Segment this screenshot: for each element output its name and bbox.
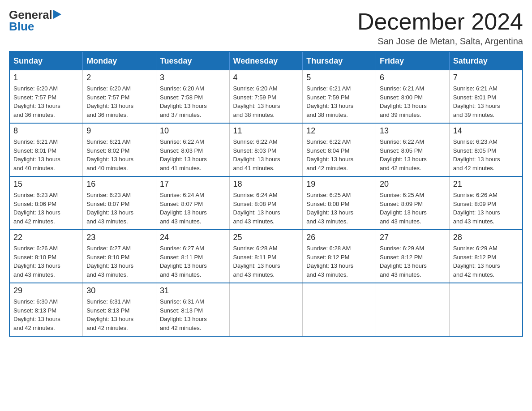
- day-info: Sunrise: 6:21 AMSunset: 8:01 PMDaylight:…: [453, 84, 519, 119]
- calendar-week-4: 22Sunrise: 6:26 AMSunset: 8:10 PMDayligh…: [9, 230, 523, 283]
- day-number: 2: [86, 73, 152, 82]
- calendar-cell: 18Sunrise: 6:24 AMSunset: 8:08 PMDayligh…: [229, 176, 303, 230]
- day-number: 19: [306, 180, 372, 189]
- calendar-cell: 19Sunrise: 6:25 AMSunset: 8:08 PMDayligh…: [303, 176, 376, 230]
- day-number: 9: [86, 126, 152, 136]
- day-info: Sunrise: 6:24 AMSunset: 8:08 PMDaylight:…: [233, 191, 299, 226]
- day-number: 13: [380, 126, 446, 136]
- day-info: Sunrise: 6:23 AMSunset: 8:06 PMDaylight:…: [13, 191, 79, 226]
- day-number: 18: [233, 180, 299, 189]
- logo-arrow-icon: [53, 10, 61, 19]
- day-info: Sunrise: 6:29 AMSunset: 8:12 PMDaylight:…: [380, 244, 446, 279]
- day-number: 28: [453, 233, 519, 242]
- day-info: Sunrise: 6:27 AMSunset: 8:11 PMDaylight:…: [160, 244, 226, 279]
- day-number: 31: [160, 286, 226, 295]
- day-number: 25: [233, 233, 299, 242]
- day-info: Sunrise: 6:22 AMSunset: 8:03 PMDaylight:…: [233, 137, 299, 172]
- day-number: 3: [160, 73, 226, 82]
- day-info: Sunrise: 6:21 AMSunset: 7:59 PMDaylight:…: [306, 84, 372, 119]
- logo-general: General: [9, 9, 52, 21]
- calendar-cell: 6Sunrise: 6:21 AMSunset: 8:00 PMDaylight…: [376, 70, 450, 123]
- header-wednesday: Wednesday: [229, 51, 303, 70]
- day-info: Sunrise: 6:30 AMSunset: 8:13 PMDaylight:…: [13, 297, 79, 332]
- day-number: 29: [13, 286, 79, 295]
- calendar-cell: 28Sunrise: 6:29 AMSunset: 8:12 PMDayligh…: [449, 230, 523, 283]
- calendar-cell: 15Sunrise: 6:23 AMSunset: 8:06 PMDayligh…: [9, 176, 83, 230]
- title-block: December 2024 San Jose de Metan, Salta, …: [357, 9, 523, 47]
- header-sunday: Sunday: [9, 51, 83, 70]
- day-number: 30: [86, 286, 152, 295]
- calendar-cell: 12Sunrise: 6:22 AMSunset: 8:04 PMDayligh…: [303, 123, 376, 176]
- day-number: 4: [233, 73, 299, 82]
- day-info: Sunrise: 6:23 AMSunset: 8:07 PMDaylight:…: [86, 191, 152, 226]
- calendar-cell: 16Sunrise: 6:23 AMSunset: 8:07 PMDayligh…: [83, 176, 156, 230]
- calendar-cell: 11Sunrise: 6:22 AMSunset: 8:03 PMDayligh…: [229, 123, 303, 176]
- calendar-cell: 7Sunrise: 6:21 AMSunset: 8:01 PMDaylight…: [449, 70, 523, 123]
- calendar-cell: 21Sunrise: 6:26 AMSunset: 8:09 PMDayligh…: [449, 176, 523, 230]
- day-info: Sunrise: 6:22 AMSunset: 8:04 PMDaylight:…: [306, 137, 372, 172]
- calendar-cell: 23Sunrise: 6:27 AMSunset: 8:10 PMDayligh…: [83, 230, 156, 283]
- calendar-cell: 3Sunrise: 6:20 AMSunset: 7:58 PMDaylight…: [156, 70, 229, 123]
- day-info: Sunrise: 6:27 AMSunset: 8:10 PMDaylight:…: [86, 244, 152, 279]
- day-info: Sunrise: 6:20 AMSunset: 7:57 PMDaylight:…: [86, 84, 152, 119]
- calendar-cell: 24Sunrise: 6:27 AMSunset: 8:11 PMDayligh…: [156, 230, 229, 283]
- calendar-cell: 10Sunrise: 6:22 AMSunset: 8:03 PMDayligh…: [156, 123, 229, 176]
- calendar-cell: 26Sunrise: 6:28 AMSunset: 8:12 PMDayligh…: [303, 230, 376, 283]
- day-info: Sunrise: 6:21 AMSunset: 8:02 PMDaylight:…: [86, 137, 152, 172]
- day-number: 1: [13, 73, 79, 82]
- day-number: 27: [380, 233, 446, 242]
- day-number: 11: [233, 126, 299, 136]
- header-monday: Monday: [83, 51, 156, 70]
- day-number: 8: [13, 126, 79, 136]
- calendar-cell: [303, 283, 376, 336]
- day-number: 7: [453, 73, 519, 82]
- calendar-cell: 29Sunrise: 6:30 AMSunset: 8:13 PMDayligh…: [9, 283, 83, 336]
- day-info: Sunrise: 6:24 AMSunset: 8:07 PMDaylight:…: [160, 191, 226, 226]
- day-number: 20: [380, 180, 446, 189]
- day-info: Sunrise: 6:20 AMSunset: 7:57 PMDaylight:…: [13, 84, 79, 119]
- location-subtitle: San Jose de Metan, Salta, Argentina: [357, 36, 523, 47]
- day-info: Sunrise: 6:31 AMSunset: 8:13 PMDaylight:…: [160, 297, 226, 332]
- day-info: Sunrise: 6:26 AMSunset: 8:10 PMDaylight:…: [13, 244, 79, 279]
- header-tuesday: Tuesday: [156, 51, 229, 70]
- day-info: Sunrise: 6:26 AMSunset: 8:09 PMDaylight:…: [453, 191, 519, 226]
- calendar-cell: 27Sunrise: 6:29 AMSunset: 8:12 PMDayligh…: [376, 230, 450, 283]
- day-info: Sunrise: 6:22 AMSunset: 8:05 PMDaylight:…: [380, 137, 446, 172]
- day-number: 21: [453, 180, 519, 189]
- svg-marker-0: [53, 10, 61, 19]
- calendar-cell: [449, 283, 523, 336]
- day-info: Sunrise: 6:20 AMSunset: 7:58 PMDaylight:…: [160, 84, 226, 119]
- calendar-cell: 4Sunrise: 6:20 AMSunset: 7:59 PMDaylight…: [229, 70, 303, 123]
- day-info: Sunrise: 6:23 AMSunset: 8:05 PMDaylight:…: [453, 137, 519, 172]
- day-info: Sunrise: 6:20 AMSunset: 7:59 PMDaylight:…: [233, 84, 299, 119]
- day-number: 24: [160, 233, 226, 242]
- day-number: 26: [306, 233, 372, 242]
- calendar-cell: 17Sunrise: 6:24 AMSunset: 8:07 PMDayligh…: [156, 176, 229, 230]
- header-friday: Friday: [376, 51, 450, 70]
- day-info: Sunrise: 6:25 AMSunset: 8:08 PMDaylight:…: [306, 191, 372, 226]
- calendar-cell: 1Sunrise: 6:20 AMSunset: 7:57 PMDaylight…: [9, 70, 83, 123]
- calendar-table: SundayMondayTuesdayWednesdayThursdayFrid…: [9, 51, 523, 337]
- calendar-header-row: SundayMondayTuesdayWednesdayThursdayFrid…: [9, 51, 523, 70]
- calendar-cell: 25Sunrise: 6:28 AMSunset: 8:11 PMDayligh…: [229, 230, 303, 283]
- calendar-cell: 20Sunrise: 6:25 AMSunset: 8:09 PMDayligh…: [376, 176, 450, 230]
- calendar-week-5: 29Sunrise: 6:30 AMSunset: 8:13 PMDayligh…: [9, 283, 523, 336]
- logo-blue: Blue: [9, 20, 34, 34]
- day-info: Sunrise: 6:21 AMSunset: 8:01 PMDaylight:…: [13, 137, 79, 172]
- logo: General Blue: [9, 9, 61, 34]
- calendar-cell: [376, 283, 450, 336]
- day-number: 22: [13, 233, 79, 242]
- calendar-cell: 14Sunrise: 6:23 AMSunset: 8:05 PMDayligh…: [449, 123, 523, 176]
- day-info: Sunrise: 6:29 AMSunset: 8:12 PMDaylight:…: [453, 244, 519, 279]
- month-title: December 2024: [357, 9, 523, 34]
- calendar-week-3: 15Sunrise: 6:23 AMSunset: 8:06 PMDayligh…: [9, 176, 523, 230]
- calendar-cell: 5Sunrise: 6:21 AMSunset: 7:59 PMDaylight…: [303, 70, 376, 123]
- day-number: 15: [13, 180, 79, 189]
- day-info: Sunrise: 6:22 AMSunset: 8:03 PMDaylight:…: [160, 137, 226, 172]
- header-saturday: Saturday: [449, 51, 523, 70]
- day-info: Sunrise: 6:25 AMSunset: 8:09 PMDaylight:…: [380, 191, 446, 226]
- calendar-cell: [229, 283, 303, 336]
- day-number: 17: [160, 180, 226, 189]
- day-number: 10: [160, 126, 226, 136]
- calendar-cell: 30Sunrise: 6:31 AMSunset: 8:13 PMDayligh…: [83, 283, 156, 336]
